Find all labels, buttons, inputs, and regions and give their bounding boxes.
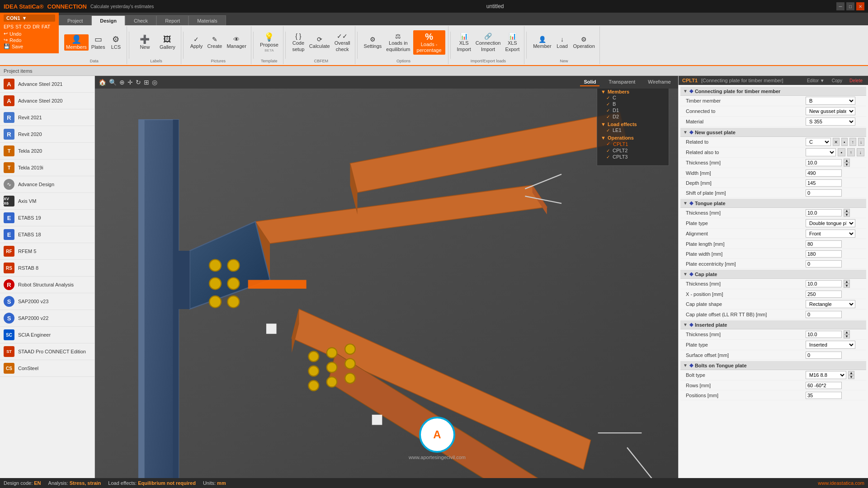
related-to-select[interactable]: C — [806, 138, 831, 146]
surface-offset-input[interactable] — [806, 352, 842, 359]
loads-equilibrium-button[interactable]: ⚖ Loads in equilibrium — [384, 32, 412, 53]
surface-offset-value[interactable] — [806, 352, 864, 359]
undo-button[interactable]: ↩Undo — [4, 31, 55, 37]
project-id-dropdown[interactable]: CON1 ▼ — [4, 14, 55, 22]
alignment-value[interactable]: Front — [806, 230, 864, 238]
new-load-button[interactable]: ↓ Load — [554, 35, 571, 50]
section-bolts-tongue-header[interactable]: ▼ ◆ Bolts on Tongue plate — [680, 361, 866, 370]
tongue-thickness-value[interactable]: ▲ ▼ — [806, 209, 864, 217]
tongue-thickness-input[interactable] — [806, 209, 842, 216]
sidebar-item-revit-2021[interactable]: R Revit 2021 — [0, 109, 94, 126]
section-inserted-plate-header[interactable]: ▼ ◆ Inserted plate — [680, 320, 866, 329]
positions-input[interactable] — [806, 392, 842, 399]
apply-button[interactable]: ✓ Apply — [188, 35, 204, 50]
new-label-button[interactable]: ➕ New — [134, 34, 156, 51]
cap-thickness-down[interactable]: ▼ — [844, 284, 850, 288]
editor-button[interactable]: Editor ▼ — [805, 78, 826, 83]
section-cap-plate-header[interactable]: ▼ ◆ Cap plate — [680, 270, 866, 279]
x-position-input[interactable] — [806, 291, 842, 298]
inserted-thickness-up[interactable]: ▲ — [844, 330, 850, 334]
timber-member-value[interactable]: B — [806, 97, 864, 105]
related-also-edit-btn[interactable]: ▪ — [838, 148, 845, 156]
bolt-type-down[interactable]: ▼ — [848, 375, 854, 379]
delete-panel-button[interactable]: Delete — [848, 78, 864, 83]
sidebar-item-rfem-5[interactable]: RF RFEM 5 — [0, 243, 94, 260]
member-b[interactable]: ✓ B — [601, 101, 665, 107]
sidebar-item-tekla-2020[interactable]: T Tekla 2020 — [0, 143, 94, 160]
propose-button[interactable]: 💡 Propose BETA — [258, 32, 280, 53]
cap-thickness-input[interactable] — [806, 280, 842, 287]
manager-button[interactable]: 👁 Manager — [225, 35, 248, 50]
sidebar-item-revit-2020[interactable]: R Revit 2020 — [0, 126, 94, 143]
calculate-button[interactable]: ⟳ Calculate — [307, 35, 332, 50]
section-tongue-plate-header[interactable]: ▼ ◆ Tongue plate — [680, 199, 866, 208]
xls-export-button[interactable]: 📊 XLS Export — [503, 32, 521, 53]
tab-design[interactable]: Design — [91, 15, 125, 25]
related-also-to-value[interactable]: ▪ ↑ ↓ — [806, 148, 864, 156]
maximize-button[interactable]: □ — [846, 2, 854, 10]
gallery-button[interactable]: 🖼 Gallery — [156, 34, 178, 51]
tongue-thickness-down[interactable]: ▼ — [844, 213, 850, 217]
solid-view-button[interactable]: Solid — [580, 78, 599, 86]
bolt-type-value[interactable]: M16 8.8 ▲ ▼ — [806, 371, 864, 379]
xls-import-button[interactable]: 📊 XLS Import — [455, 32, 473, 53]
shift-of-plate-input[interactable] — [806, 189, 842, 197]
operations-tree-header[interactable]: ▼ Operations — [601, 135, 665, 141]
members-tree-header[interactable]: ▼ Members — [601, 89, 665, 94]
load-effects-tree-header[interactable]: ▼ Load effects — [601, 122, 665, 127]
cap-thickness-up[interactable]: ▲ — [844, 280, 850, 284]
cplt2-item[interactable]: ✓ CPLT2 — [601, 147, 665, 154]
pan-button[interactable]: ✛ — [127, 79, 133, 86]
sidebar-item-scia-engineer[interactable]: SC SCIA Engineer — [0, 327, 94, 343]
shift-of-plate-value[interactable] — [806, 189, 864, 197]
gusset-thickness-down[interactable]: ▼ — [844, 163, 850, 167]
sidebar-item-axis-vm[interactable]: XV X6 Axis VM — [0, 193, 94, 210]
filter-button[interactable]: ◎ — [152, 79, 157, 86]
sidebar-item-advance-steel-2020[interactable]: A Advance Steel 2020 — [0, 93, 94, 109]
tab-check[interactable]: Check — [125, 15, 156, 25]
material-value[interactable]: S 355 — [806, 117, 864, 126]
cplt1-item[interactable]: ✓ CPLT1 — [601, 141, 665, 147]
home-button[interactable]: 🏠 — [99, 79, 106, 86]
transparent-view-button[interactable]: Transparent — [605, 78, 639, 86]
related-to-up-btn[interactable]: ↑ — [849, 138, 856, 146]
wireframe-view-button[interactable]: Wireframe — [644, 78, 675, 86]
sidebar-item-consteel[interactable]: CS ConSteel — [0, 360, 94, 377]
loads-percentage-button[interactable]: % Loads - percentage — [413, 30, 445, 55]
cplt3-item[interactable]: ✓ CPLT3 — [601, 154, 665, 160]
cap-plate-shape-value[interactable]: Rectangle — [806, 300, 864, 308]
positions-value[interactable] — [806, 392, 864, 399]
material-select[interactable]: S 355 — [806, 117, 855, 126]
zoom-button[interactable]: ⊕ — [119, 79, 125, 86]
inserted-thickness-down[interactable]: ▼ — [844, 334, 850, 338]
inserted-thickness-value[interactable]: ▲ ▼ — [806, 330, 864, 338]
bolt-type-select[interactable]: M16 8.8 — [806, 371, 846, 379]
inserted-thickness-input[interactable] — [806, 331, 842, 338]
gusset-depth-value[interactable] — [806, 179, 864, 187]
search-button[interactable]: 🔍 — [109, 79, 117, 86]
x-position-value[interactable] — [806, 291, 864, 298]
sidebar-item-sap2000-v23[interactable]: S SAP2000 v23 — [0, 293, 94, 310]
section-connecting-plate-header[interactable]: ▼ ◆ Connecting plate for timber member — [680, 87, 866, 96]
sidebar-item-advance-steel-2021[interactable]: A Advance Steel 2021 — [0, 76, 94, 93]
website-link[interactable]: www.ideastatica.com — [818, 480, 864, 486]
cap-plate-shape-select[interactable]: Rectangle — [806, 300, 855, 308]
sidebar-item-rstab-8[interactable]: RS RSTAB 8 — [0, 260, 94, 277]
rows-input[interactable] — [806, 382, 842, 389]
plate-length-value[interactable] — [806, 240, 864, 248]
sidebar-item-tekla-2019i[interactable]: T Tekla 2019i — [0, 160, 94, 176]
overall-check-button[interactable]: ✓✓ Overall check — [333, 32, 352, 53]
plate-length-input[interactable] — [806, 240, 842, 248]
le1-item[interactable]: ✓ LE1 — [601, 127, 665, 133]
cd-button[interactable]: CD — [24, 24, 31, 29]
sidebar-item-etabs-19[interactable]: E ETABS 19 — [0, 210, 94, 226]
alignment-select[interactable]: Front — [806, 230, 855, 238]
gusset-thickness-up[interactable]: ▲ — [844, 159, 850, 163]
code-setup-button[interactable]: { } Code setup — [290, 32, 307, 53]
save-button[interactable]: 💾Save — [4, 43, 55, 49]
bolt-type-up[interactable]: ▲ — [848, 371, 854, 375]
settings-button[interactable]: ⚙ Settings — [362, 35, 384, 50]
create-button[interactable]: ✎ Create — [205, 35, 224, 50]
members-button[interactable]: 👤 Members — [64, 34, 89, 51]
sidebar-item-sap2000-v22[interactable]: S SAP2000 v22 — [0, 310, 94, 327]
